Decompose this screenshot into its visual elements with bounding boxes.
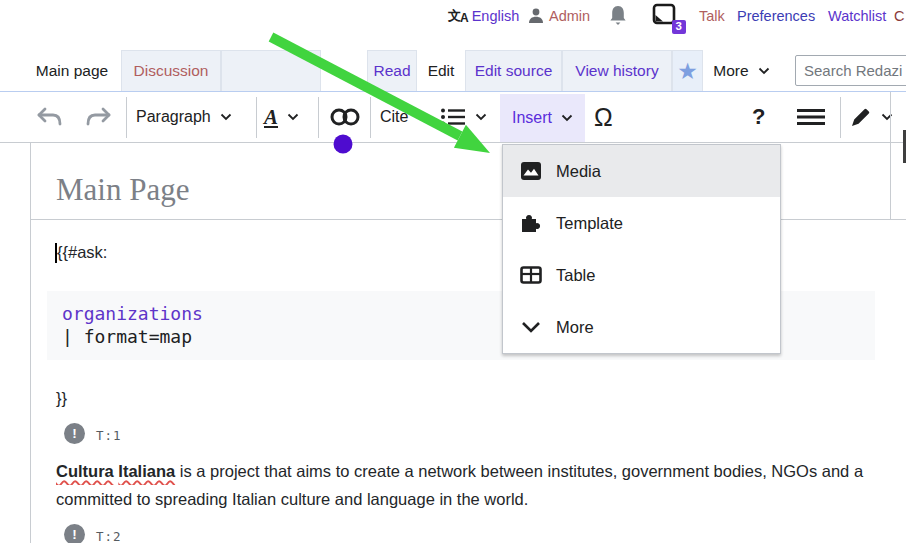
media-icon: [519, 159, 543, 183]
watchlist-link[interactable]: Watchlist: [828, 4, 886, 28]
help-button[interactable]: ?: [752, 92, 765, 142]
language-switcher[interactable]: 文A English: [448, 4, 519, 28]
text-style-icon: A: [264, 105, 278, 130]
chevron-down-icon: [417, 113, 429, 121]
user-menu[interactable]: Admin: [527, 4, 590, 28]
paragraph-format-dropdown[interactable]: Paragraph: [136, 92, 232, 142]
undo-button[interactable]: [36, 92, 64, 142]
language-label: English: [472, 8, 520, 24]
template-warning-2[interactable]: !: [64, 524, 85, 543]
question-mark-icon: ?: [752, 104, 765, 130]
tab-empty-placeholder: [221, 50, 321, 91]
undo-icon: [36, 106, 64, 128]
notifications-bell[interactable]: [607, 4, 629, 28]
cite-dropdown[interactable]: Cite: [380, 92, 429, 142]
bold-misspelled-word: Cultura: [56, 462, 114, 480]
page-title: Main Page: [56, 172, 189, 208]
bold-misspelled-word: Italiana: [118, 462, 175, 480]
paragraph-line-2: committed to spreading Italian culture a…: [56, 485, 896, 513]
insert-menu-item-template[interactable]: Template: [503, 197, 780, 249]
tab-discussion[interactable]: Discussion: [121, 50, 221, 91]
special-character-button[interactable]: Ω: [594, 92, 613, 142]
chevron-down-icon: [287, 113, 299, 121]
content-right-border: [890, 92, 891, 220]
link-icon: [328, 106, 362, 128]
editor-switch-dropdown[interactable]: [850, 92, 893, 142]
page-options-button[interactable]: [796, 92, 826, 142]
toolbar-separator: [840, 97, 841, 138]
redo-icon: [84, 106, 112, 128]
tab-edit-source[interactable]: Edit source: [465, 50, 562, 91]
template-warning-1[interactable]: !: [64, 423, 85, 444]
chevron-down-icon: [758, 67, 770, 75]
template-marker-1-label: T:1: [96, 428, 122, 443]
tab-edit[interactable]: Edit: [417, 50, 465, 91]
template-icon: [519, 211, 543, 235]
template-marker-2-label: T:2: [96, 529, 122, 543]
more-icon: [519, 315, 543, 339]
table-icon: [519, 263, 543, 287]
chevron-down-icon: [220, 113, 232, 121]
omega-icon: Ω: [594, 103, 613, 132]
list-structure-dropdown[interactable]: [440, 92, 487, 142]
star-icon: ★: [677, 60, 698, 83]
bullet-list-icon: [440, 107, 466, 127]
tab-read[interactable]: Read: [367, 50, 417, 91]
insert-menu-item-more[interactable]: More: [503, 301, 780, 353]
insert-menu: Media Template Table More: [502, 144, 781, 354]
ask-close-text: }}: [56, 389, 67, 408]
contributions-link[interactable]: C: [894, 4, 904, 28]
tab-watch-star[interactable]: ★: [672, 50, 703, 91]
toolbar-separator: [318, 97, 319, 138]
link-button[interactable]: [328, 92, 362, 142]
search-input[interactable]: [795, 55, 906, 86]
preferences-link[interactable]: Preferences: [737, 4, 815, 28]
toolbar-separator: [256, 97, 257, 138]
insert-menu-item-table[interactable]: Table: [503, 249, 780, 301]
bell-icon: [607, 4, 629, 28]
toolbar-separator: [370, 97, 371, 138]
pencil-icon: [850, 106, 872, 128]
user-label: Admin: [549, 8, 590, 24]
hamburger-menu-icon: [796, 107, 826, 127]
notifications-count-badge: 3: [672, 20, 686, 34]
redo-button[interactable]: [84, 92, 112, 142]
chevron-down-icon: [475, 113, 487, 121]
tab-main-page[interactable]: Main page: [28, 50, 116, 91]
toolbar-separator: [126, 97, 127, 138]
chevron-down-icon: [561, 114, 573, 122]
text-style-dropdown[interactable]: A: [264, 92, 299, 142]
insert-menu-item-media[interactable]: Media: [503, 145, 780, 197]
user-icon: [527, 7, 545, 25]
tab-view-history[interactable]: View history: [562, 50, 672, 91]
language-icon: 文A: [448, 7, 468, 25]
tab-more-menu[interactable]: More: [703, 50, 780, 91]
ask-open-text: {{#ask:: [57, 243, 107, 262]
notifications-tray[interactable]: 3: [651, 4, 677, 28]
content-left-border: [30, 143, 31, 543]
paragraph-line-1: Cultura Italiana is a project that aims …: [56, 457, 896, 485]
talk-link[interactable]: Talk: [699, 4, 725, 28]
chevron-down-icon: [881, 113, 893, 121]
insert-dropdown[interactable]: Insert: [500, 94, 585, 142]
